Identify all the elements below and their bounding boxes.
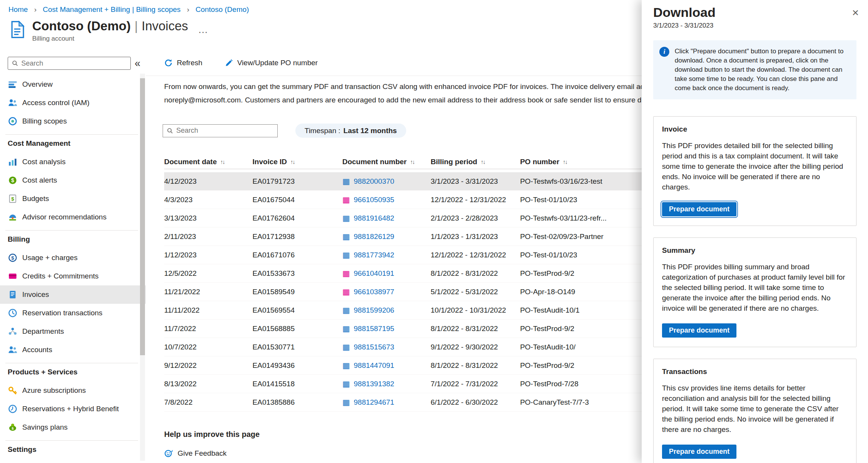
prepare-document-button-transactions[interactable]: Prepare document [662, 445, 736, 459]
info-banner-text: Click "Prepare document" button to prepa… [675, 47, 850, 93]
document-number-link[interactable]: 9881447091 [354, 361, 394, 370]
info-banner: i Click "Prepare document" button to pre… [653, 40, 856, 99]
sidebar-scrollbar-thumb[interactable] [140, 78, 145, 355]
document-number-link[interactable]: 9661038977 [354, 288, 394, 296]
sidebar-item-invoices[interactable]: Invoices [0, 285, 146, 304]
table-row[interactable]: 1/12/2023 EA01671076 ▦9881773942 12/1/20… [164, 246, 642, 264]
sidebar-item-reservations-hybrid-benefit[interactable]: Reservations + Hybrid Benefit [0, 400, 146, 418]
sidebar-item-label: Cost alerts [22, 176, 57, 185]
search-icon [12, 60, 18, 67]
table-row[interactable]: 9/12/2022 EA01493436 ▦9881447091 8/1/202… [164, 356, 642, 375]
close-icon[interactable]: × [852, 7, 859, 18]
page-subtitle: Billing account [32, 35, 188, 43]
table-row[interactable]: 2/11/2023 EA01712938 ▦9881826129 1/1/202… [164, 227, 642, 246]
sidebar-item-label: Departments [22, 327, 64, 336]
invoice-search-input[interactable] [176, 127, 273, 135]
column-header-document-number[interactable]: Document number↑↓ [342, 158, 430, 166]
document-number-link[interactable]: 9881587195 [354, 325, 394, 333]
refresh-icon [164, 59, 173, 67]
column-header-po-number[interactable]: PO number↑↓ [520, 158, 642, 166]
sidebar-item-reservation-transactions[interactable]: Reservation transactions [0, 304, 146, 322]
sidebar-item-usage-charges[interactable]: $ Usage + charges [0, 249, 146, 267]
budgets-icon: $ [8, 194, 18, 203]
document-type-icon: ▦ [342, 214, 350, 222]
breadcrumb-contoso-demo[interactable]: Contoso (Demo) [196, 5, 249, 13]
sidebar-item-savings-plans[interactable]: $ Savings plans [0, 418, 146, 437]
document-number-link[interactable]: 9882000370 [354, 177, 394, 186]
sidebar-item-overview[interactable]: Overview [0, 75, 146, 94]
document-number-link[interactable]: 9881773942 [354, 251, 394, 259]
sidebar-item-credits-commitments[interactable]: Credits + Commitments [0, 267, 146, 285]
more-options-button[interactable]: … [198, 24, 209, 36]
document-type-icon: ▦ [342, 398, 350, 406]
sidebar-item-access-control[interactable]: Access control (IAM) [0, 94, 146, 112]
sidebar-item-cost-alerts[interactable]: $ Cost alerts [0, 171, 146, 189]
sidebar: « Overview Access control (IAM) Billing … [0, 50, 146, 463]
document-number-link[interactable]: 9881294671 [354, 398, 394, 407]
section-header-cost-management: Cost Management [5, 134, 138, 153]
panel-title: Download [653, 5, 856, 20]
sidebar-item-billing-scopes[interactable]: Billing scopes [0, 112, 146, 130]
document-number-link[interactable]: 9881515673 [354, 343, 394, 351]
document-number-link[interactable]: 9881599206 [354, 306, 394, 315]
column-header-document-date[interactable]: Document date↑↓ [164, 158, 252, 166]
invoices-table: Document date↑↓ Invoice ID↑↓ Document nu… [164, 155, 642, 412]
column-header-billing-period[interactable]: Billing period↑↓ [431, 158, 520, 166]
breadcrumb: Home › Cost Management + Billing | Billi… [8, 5, 249, 14]
document-number-link[interactable]: 9881826129 [354, 232, 394, 241]
sidebar-item-azure-subscriptions[interactable]: Azure subscriptions [0, 381, 146, 400]
sidebar-item-label: Access control (IAM) [22, 99, 89, 107]
info-icon: i [659, 47, 669, 57]
give-feedback-button[interactable]: Give Feedback [164, 449, 642, 458]
table-row[interactable]: 8/13/2022 EA01415518 ▦9881391382 7/1/202… [164, 375, 642, 393]
prepare-document-button-summary[interactable]: Prepare document [662, 323, 736, 338]
invoice-search-box[interactable] [163, 124, 278, 137]
sidebar-item-accounts[interactable]: Accounts [0, 341, 146, 359]
sidebar-item-label: Reservation transactions [22, 309, 102, 317]
breadcrumb-home[interactable]: Home [8, 5, 28, 13]
section-description: This PDF provides billing summary and br… [662, 262, 848, 313]
table-row[interactable]: 3/13/2023 EA01762604 ▦9881916482 2/1/202… [164, 209, 642, 227]
azure-portal-page: Home › Cost Management + Billing | Billi… [0, 0, 868, 463]
sidebar-item-budgets[interactable]: $ Budgets [0, 189, 146, 208]
table-row[interactable]: 11/11/2022 EA01569554 ▦9881599206 10/1/2… [164, 301, 642, 320]
command-bar: Refresh View/Update PO number [146, 50, 642, 76]
collapse-sidebar-button[interactable]: « [135, 57, 140, 70]
invoice-notice-text: From now onwards, you can get the summar… [164, 80, 642, 107]
sort-icon: ↑↓ [410, 158, 414, 165]
table-row[interactable]: 11/21/2022 EA01589549 ▦9661038977 5/1/20… [164, 283, 642, 301]
page-title-block: Contoso (Demo)|Invoices Billing account [32, 18, 188, 43]
document-number-link[interactable]: 9881391382 [354, 380, 394, 388]
view-update-po-button[interactable]: View/Update PO number [225, 59, 318, 67]
svg-text:$: $ [11, 255, 14, 261]
column-header-invoice-id[interactable]: Invoice ID↑↓ [252, 158, 342, 166]
departments-icon [8, 327, 18, 336]
table-row[interactable]: 4/3/2023 EA01675044 ▦9661050935 12/1/202… [164, 191, 642, 209]
breadcrumb-cost-management-billing[interactable]: Cost Management + Billing | Billing scop… [43, 5, 181, 13]
sidebar-item-label: Azure subscriptions [22, 386, 86, 395]
refresh-button[interactable]: Refresh [164, 59, 203, 67]
sidebar-item-cost-analysis[interactable]: Cost analysis [0, 153, 146, 171]
section-header-billing: Billing [5, 230, 138, 249]
table-body: 4/12/2023 EA01791723 ▦9882000370 3/1/202… [164, 172, 642, 412]
document-number-link[interactable]: 9661050935 [354, 196, 394, 204]
sidebar-search-box[interactable] [8, 57, 131, 70]
overview-icon [8, 80, 18, 89]
billing-account-doc-icon [8, 21, 26, 38]
table-row[interactable]: 4/12/2023 EA01791723 ▦9882000370 3/1/202… [164, 172, 642, 191]
table-row[interactable]: 7/8/2022 EA01385886 ▦9881294671 6/1/2022… [164, 393, 642, 412]
access-control-icon [8, 98, 18, 107]
table-row[interactable]: 10/7/2022 EA01530771 ▦9881515673 9/1/202… [164, 338, 642, 356]
table-row[interactable]: 11/7/2022 EA01568885 ▦9881587195 8/1/202… [164, 320, 642, 338]
document-number-link[interactable]: 9881916482 [354, 214, 394, 222]
page-title: Contoso (Demo)|Invoices [32, 18, 188, 34]
prepare-document-button-invoice[interactable]: Prepare document [662, 202, 736, 216]
document-number-link[interactable]: 9661040191 [354, 269, 394, 278]
table-row[interactable]: 12/5/2022 EA01533673 ▦9661040191 8/1/202… [164, 264, 642, 283]
sidebar-item-label: Overview [22, 80, 53, 89]
timespan-filter[interactable]: Timespan : Last 12 months [295, 124, 406, 138]
section-heading: Summary [662, 246, 848, 255]
sidebar-item-advisor-recommendations[interactable]: Advisor recommendations [0, 208, 146, 226]
sidebar-item-departments[interactable]: Departments [0, 322, 146, 341]
sidebar-search-input[interactable] [21, 59, 127, 68]
